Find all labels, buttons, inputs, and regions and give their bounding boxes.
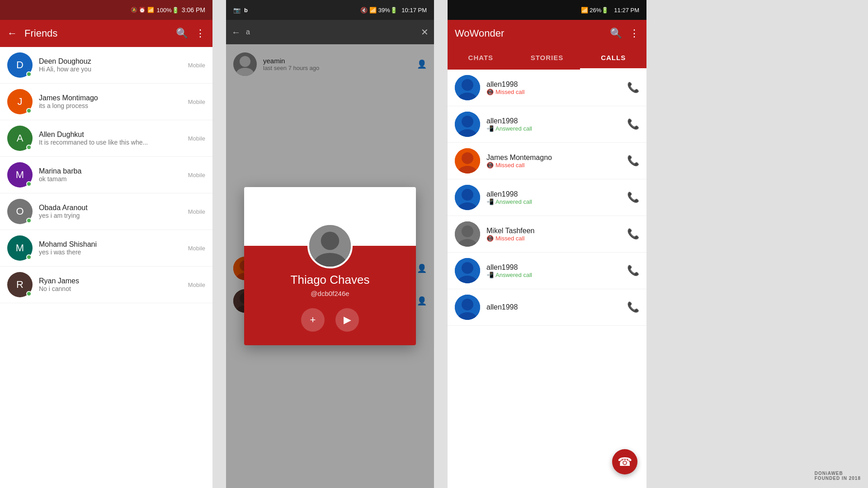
friends-title: Friends — [24, 28, 169, 39]
friend-info: James Montimago its a long process — [39, 94, 182, 109]
watermark-sub: FOUNDED IN 2018 — [815, 476, 861, 481]
background-gap — [646, 0, 868, 488]
call-name: allen1998 — [486, 80, 621, 89]
friends-status-bar: 🔕 ⏰ 📶 100%🔋 3:06 PM — [0, 0, 212, 20]
search-input[interactable] — [246, 28, 415, 36]
modal-user-handle: @dcb0f246e — [253, 290, 407, 297]
profile-modal-card: Thiago Chaves @dcb0f246e + ▶ — [244, 187, 416, 345]
call-avatar — [455, 148, 480, 174]
wow-status-bar: 📶 26%🔋 11:27 PM — [448, 0, 646, 20]
back-icon[interactable]: ← — [7, 28, 17, 39]
tab-calls[interactable]: CALLS — [580, 47, 646, 70]
call-avatar — [455, 221, 480, 247]
call-info: allen1998 📲 Answered call — [486, 190, 621, 205]
friend-item[interactable]: O Obada Aranout yes i am trying Mobile — [0, 193, 212, 230]
call-info: allen1998 📵 Missed call — [486, 80, 621, 95]
tab-chats[interactable]: CHATS — [448, 47, 514, 70]
call-name: James Montemagno — [486, 154, 621, 162]
brand-icon: b — [244, 7, 248, 14]
wowonder-more-icon[interactable]: ⋮ — [629, 28, 639, 39]
modal-actions: + ▶ — [253, 308, 407, 332]
avatar-wrap: M — [7, 235, 33, 261]
friend-name: Ryan James — [39, 277, 182, 285]
call-name: allen1998 — [486, 190, 621, 198]
call-status: 📲 Answered call — [486, 125, 621, 132]
friends-status-icons: 🔕 ⏰ 📶 — [131, 7, 154, 13]
call-item[interactable]: Mikel Tashfeen 📵 Missed call 📞 — [448, 216, 646, 253]
friend-item[interactable]: J James Montimago its a long process Mob… — [0, 84, 212, 120]
add-friend-button[interactable]: + — [301, 308, 325, 332]
call-phone-icon[interactable]: 📞 — [627, 228, 639, 240]
friend-item[interactable]: M Mohamd Shishani yes i was there Mobile — [0, 230, 212, 267]
avatar-wrap: A — [7, 126, 33, 151]
friend-device: Mobile — [188, 282, 205, 288]
friend-info: Deen Doughouz Hi Ali, how are you — [39, 57, 182, 73]
call-item[interactable]: James Montemagno 📵 Missed call 📞 — [448, 143, 646, 179]
call-phone-icon[interactable]: 📞 — [627, 301, 639, 313]
friend-name: Deen Doughouz — [39, 57, 182, 66]
fab-call-button[interactable]: ☎ — [612, 449, 637, 474]
back-icon[interactable]: ← — [231, 27, 241, 38]
wow-tabs: CHATS STORIES CALLS — [448, 47, 646, 70]
call-item[interactable]: allen1998 📵 Missed call 📞 — [448, 70, 646, 106]
wowonder-search-icon[interactable]: 🔍 — [610, 28, 622, 39]
call-phone-icon[interactable]: 📞 — [627, 192, 639, 203]
friend-item[interactable]: M Marina barba ok tamam Mobile — [0, 157, 212, 193]
modal-user-name: Thiago Chaves — [253, 273, 407, 287]
call-info: Mikel Tashfeen 📵 Missed call — [486, 227, 621, 242]
avatar-wrap: D — [7, 52, 33, 78]
friend-info: Marina barba ok tamam — [39, 167, 182, 183]
friend-message: yes i was there — [39, 249, 182, 256]
call-phone-icon[interactable]: 📞 — [627, 118, 639, 130]
profile-modal-overlay: Thiago Chaves @dcb0f246e + ▶ — [226, 44, 434, 488]
friend-item[interactable]: R Ryan James No i cannot Mobile — [0, 267, 212, 303]
friend-message: its a long process — [39, 102, 182, 109]
friend-info: Ryan James No i cannot — [39, 277, 182, 292]
friends-search-icon[interactable]: 🔍 — [176, 28, 188, 39]
avatar-wrap: M — [7, 162, 33, 188]
call-avatar — [455, 295, 480, 320]
friend-item[interactable]: D Deen Doughouz Hi Ali, how are you Mobi… — [0, 47, 212, 84]
wowonder-title: WoWonder — [455, 28, 603, 39]
friend-device: Mobile — [188, 99, 205, 105]
call-status: 📵 Missed call — [486, 89, 621, 95]
call-avatar — [455, 258, 480, 283]
friends-more-icon[interactable]: ⋮ — [195, 28, 205, 39]
panel-friends: 🔕 ⏰ 📶 100%🔋 3:06 PM ← Friends 🔍 ⋮ D Deen… — [0, 0, 212, 488]
svg-point-18 — [462, 152, 473, 164]
call-avatar — [455, 185, 480, 210]
chat-status-bar: 📷 b 🔇 📶 39%🔋 10:17 PM — [226, 0, 434, 20]
friend-name: Allen Dughkut — [39, 131, 182, 139]
call-phone-icon[interactable]: 📞 — [627, 265, 639, 277]
friend-info: Mohamd Shishani yes i was there — [39, 240, 182, 256]
friend-message: It is recommaned to use like this whe... — [39, 139, 182, 146]
call-phone-icon[interactable]: 📞 — [627, 82, 639, 94]
friend-info: Allen Dughkut It is recommaned to use li… — [39, 131, 182, 146]
close-icon[interactable]: ✕ — [421, 27, 429, 38]
friend-message: Hi Ali, how are you — [39, 66, 182, 73]
modal-avatar — [307, 223, 353, 268]
call-item[interactable]: allen1998 📲 Answered call 📞 — [448, 253, 646, 289]
panel-wowonder: 📶 26%🔋 11:27 PM WoWonder 🔍 ⋮ CHATS STORI… — [448, 0, 646, 488]
watermark-brand: DONiAWEB — [815, 471, 861, 476]
friend-item[interactable]: A Allen Dughkut It is recommaned to use … — [0, 120, 212, 157]
message-button[interactable]: ▶ — [335, 308, 359, 332]
call-name: allen1998 — [486, 117, 621, 125]
online-dot — [26, 218, 32, 223]
call-item[interactable]: allen1998 📞 — [448, 289, 646, 326]
call-phone-icon[interactable]: 📞 — [627, 155, 639, 167]
missed-icon: 📵 — [486, 89, 494, 95]
call-item[interactable]: allen1998 📲 Answered call 📞 — [448, 179, 646, 216]
answered-icon: 📲 — [486, 198, 494, 205]
wow-status-icons: 📶 26%🔋 — [581, 7, 609, 14]
online-dot — [26, 181, 32, 187]
call-name: allen1998 — [486, 263, 621, 272]
call-item[interactable]: allen1998 📲 Answered call 📞 — [448, 106, 646, 143]
friend-device: Mobile — [188, 245, 205, 252]
svg-point-24 — [462, 225, 473, 237]
friend-device: Mobile — [188, 135, 205, 142]
tab-stories[interactable]: STORIES — [514, 47, 580, 70]
friend-info: Obada Aranout yes i am trying — [39, 204, 182, 219]
friend-name: Marina barba — [39, 167, 182, 175]
call-info: allen1998 📲 Answered call — [486, 263, 621, 278]
